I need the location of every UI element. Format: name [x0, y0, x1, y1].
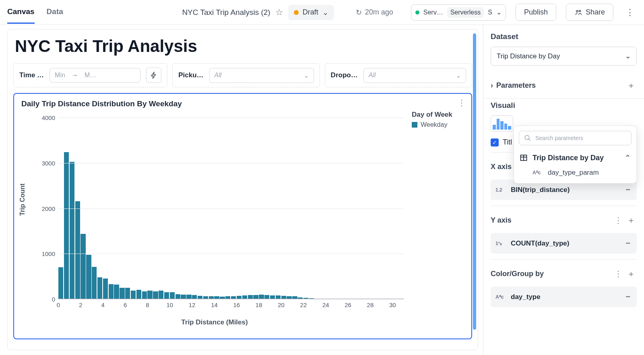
bar: [97, 277, 102, 299]
filter-pickup-value: All: [215, 72, 222, 79]
share-label: Share: [586, 8, 605, 17]
yaxis-section: Y axis ⋮ ＋ 1²₃ COUNT(day_type) −: [491, 206, 637, 254]
title-checkbox-label: Titl: [503, 138, 512, 147]
popover-item[interactable]: Aᴮc day_type_param: [519, 165, 632, 178]
compute-size: S: [488, 9, 492, 16]
chevron-down-icon: ⌄: [303, 72, 309, 79]
refresh-icon: ↻: [356, 8, 362, 17]
yaxis-add-button[interactable]: ＋: [625, 214, 637, 226]
share-button[interactable]: Share: [566, 4, 613, 21]
compute-status-icon: [415, 10, 419, 14]
star-icon[interactable]: ☆: [275, 7, 283, 18]
tab-data[interactable]: Data: [47, 7, 63, 24]
x-axis-label: Trip Distance (Miles): [181, 318, 248, 326]
x-tick: 24: [322, 301, 329, 308]
bar: [75, 201, 80, 299]
remove-xaxis-icon[interactable]: −: [624, 184, 632, 196]
filter-time-run-button[interactable]: [146, 68, 161, 83]
refresh-indicator[interactable]: ↻ 20m ago: [356, 8, 393, 17]
svg-point-1: [579, 10, 581, 12]
bar: [136, 290, 141, 299]
xaxis-heading: X axis: [491, 163, 512, 171]
color-heading: Color/Group by: [491, 270, 544, 278]
x-tick: 28: [367, 301, 374, 308]
bar: [86, 255, 91, 299]
filter-pickup-select[interactable]: All ⌄: [209, 68, 314, 83]
filters-row: Time … Min → M… Picku… All ⌄: [13, 63, 472, 87]
top-bar: Canvas Data NYC Taxi Trip Analysis (2) ☆…: [0, 0, 644, 25]
dataset-value: Trip Distance by Day: [497, 52, 560, 60]
grid-line: [58, 299, 404, 299]
x-tick: 8: [146, 301, 149, 308]
yaxis-more-icon[interactable]: ⋮: [613, 214, 624, 226]
x-tick: 26: [345, 301, 351, 308]
x-tick: 10: [166, 301, 173, 308]
color-more-icon[interactable]: ⋮: [613, 268, 624, 280]
plot-area: 01000200030004000: [58, 113, 404, 299]
bar: [70, 162, 74, 299]
bar: [147, 291, 152, 299]
compute-label: Serv…: [423, 9, 443, 16]
remove-yaxis-icon[interactable]: −: [624, 237, 632, 250]
color-field-chip[interactable]: Aᴮc day_type −: [491, 287, 637, 307]
grid-line: [58, 254, 404, 254]
legend-item[interactable]: Weekday: [412, 121, 464, 128]
publish-button[interactable]: Publish: [516, 4, 556, 21]
canvas-area: NYC Taxi Trip Analysis Time … Min → M… P…: [0, 25, 483, 355]
svg-point-0: [576, 10, 578, 12]
visualization-thumbnail[interactable]: [491, 116, 513, 132]
filter-time-range[interactable]: Min → M…: [50, 68, 140, 83]
status-label: Draft: [303, 8, 318, 17]
doc-title[interactable]: NYC Taxi Trip Analysis (2): [182, 8, 270, 17]
title-checkbox[interactable]: ✓: [491, 138, 499, 147]
x-tick: 0: [57, 301, 60, 308]
parameter-search-input[interactable]: Search parameters: [519, 131, 632, 145]
status-pill[interactable]: Draft ⌄: [288, 5, 334, 20]
bar: [103, 279, 108, 299]
tab-canvas[interactable]: Canvas: [7, 7, 35, 24]
arrow-right-icon: →: [72, 72, 78, 79]
chart-card[interactable]: Daily Trip Distance Distribution By Week…: [13, 93, 472, 339]
filter-pickup-label: Picku…: [178, 71, 203, 79]
filter-dropoff-label: Dropo…: [331, 71, 358, 79]
bar: [114, 285, 119, 299]
filter-dropoff-select[interactable]: All ⌄: [363, 68, 466, 83]
add-parameter-button[interactable]: ＋: [625, 78, 637, 93]
chart-legend: Day of Week Weekday: [408, 111, 464, 328]
parameters-label: Parameters: [496, 81, 536, 90]
canvas-scrollbar[interactable]: [473, 33, 476, 330]
x-tick: 22: [300, 301, 307, 308]
color-add-button[interactable]: ＋: [625, 268, 637, 280]
bar: [153, 291, 158, 299]
filter-dropoff-value: All: [369, 72, 376, 79]
yaxis-heading: Y axis: [491, 216, 512, 225]
compute-selector[interactable]: Serv… Serverless S ⌄: [411, 4, 506, 21]
search-icon: [524, 134, 531, 142]
chevron-down-icon: ⌄: [456, 72, 461, 79]
visualization-heading: Visuali: [491, 101, 637, 110]
bar: [170, 292, 175, 299]
yaxis-field-chip[interactable]: 1²₃ COUNT(day_type) −: [491, 233, 637, 254]
chart-plot: Trip Count 01000200030004000 02468101214…: [21, 111, 408, 328]
x-tick: 20: [278, 301, 285, 308]
y-tick: 3000: [35, 159, 55, 166]
bar: [164, 292, 169, 299]
legend-title: Day of Week: [412, 111, 464, 119]
more-menu-icon[interactable]: ⋮: [623, 7, 637, 18]
svg-point-2: [525, 135, 529, 140]
chevron-down-icon: ⌄: [322, 8, 328, 17]
filter-dropoff: Dropo… All ⌄: [325, 63, 472, 87]
x-tick: 4: [101, 301, 105, 308]
chart-more-icon[interactable]: ⋮: [458, 98, 466, 107]
dataset-select[interactable]: Trip Distance by Day ⌄: [491, 47, 637, 66]
chart-body: Trip Count 01000200030004000 02468101214…: [21, 111, 464, 328]
grid-line: [58, 118, 404, 118]
remove-color-icon[interactable]: −: [624, 291, 632, 303]
num-type-icon: 1.2: [495, 187, 506, 193]
bar: [80, 234, 85, 299]
parameters-row[interactable]: › Parameters ＋: [491, 75, 637, 96]
share-icon: [574, 9, 582, 16]
popover-group[interactable]: Trip Distance by Day ⌃: [519, 151, 632, 165]
bar: [142, 291, 147, 299]
doc-title-block: NYC Taxi Trip Analysis (2) ☆ Draft ⌄: [182, 5, 334, 20]
